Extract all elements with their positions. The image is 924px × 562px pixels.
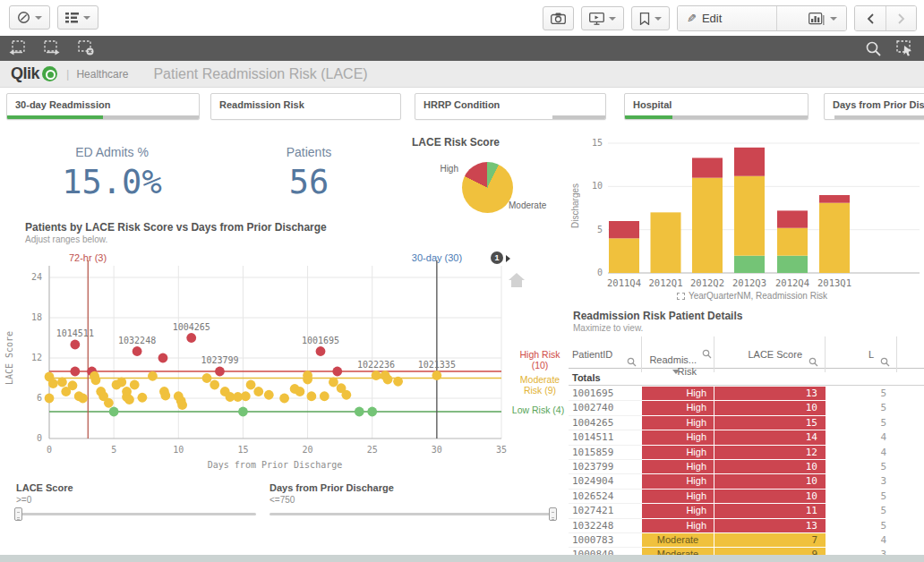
filter-readmission-risk[interactable]: Readmission Risk	[210, 93, 401, 120]
scatter-point[interactable]	[158, 353, 168, 363]
table-row[interactable]: 1026524High105	[569, 490, 924, 504]
bar-segment[interactable]	[609, 221, 639, 238]
scatter-point[interactable]	[177, 400, 187, 410]
lace-score-cell[interactable]: 10	[714, 460, 826, 473]
sheet-list-button[interactable]	[57, 5, 98, 30]
scatter-point[interactable]	[48, 379, 58, 388]
bar-segment[interactable]	[734, 256, 765, 273]
patient-id-cell[interactable]: 1026524	[572, 490, 613, 502]
scatter-point[interactable]	[329, 378, 338, 387]
lace-score-cell[interactable]: 7	[714, 533, 826, 547]
step-forward-selection-button[interactable]	[43, 40, 64, 56]
lace-score-cell[interactable]: 11	[714, 504, 826, 517]
patient-id-cell[interactable]: 1000783	[572, 534, 613, 546]
scatter-point[interactable]	[202, 373, 212, 383]
column-header-readmission-risk[interactable]: Readmis... Risk	[642, 340, 714, 369]
scatter-point[interactable]	[246, 380, 256, 390]
risk-cell[interactable]: High	[642, 519, 714, 532]
table-row[interactable]: 1024904High103	[569, 474, 924, 489]
scatter-point[interactable]	[116, 378, 126, 387]
lace-score-cell[interactable]: 14	[714, 430, 826, 444]
scatter-point[interactable]	[303, 375, 312, 385]
scatter-plot[interactable]: 0510152025303506121824101451110322481004…	[0, 246, 566, 477]
scatter-point[interactable]	[355, 407, 364, 417]
lace-risk-pie-chart[interactable]	[462, 162, 513, 213]
lace-score-slider-handle[interactable]	[14, 507, 22, 521]
risk-cell[interactable]: Moderate	[642, 533, 714, 547]
patient-id-cell[interactable]: 1015859	[572, 447, 613, 458]
column-header-patientid[interactable]: PatientID	[569, 340, 642, 369]
scatter-point[interactable]	[316, 346, 326, 356]
table-row[interactable]: 1027421High115	[569, 504, 924, 518]
scatter-point[interactable]	[68, 380, 78, 390]
scatter-point[interactable]	[341, 390, 351, 400]
patient-id-cell[interactable]: 1024904	[572, 475, 613, 487]
scatter-point[interactable]	[372, 370, 381, 380]
bar-segment[interactable]	[692, 178, 723, 273]
scatter-point[interactable]	[307, 391, 317, 401]
scatter-point[interactable]	[238, 407, 248, 417]
home-icon[interactable]	[509, 273, 525, 287]
table-row[interactable]: 1001695High135	[569, 387, 924, 401]
risk-cell[interactable]: High	[642, 490, 714, 503]
lace-score-cell[interactable]: 13	[714, 387, 826, 400]
scatter-point[interactable]	[148, 371, 158, 381]
filter-days-from-prior-discharge[interactable]: Days from Prior Discharge	[824, 93, 924, 120]
scatter-point[interactable]	[279, 394, 289, 404]
scatter-point[interactable]	[320, 391, 329, 401]
risk-cell[interactable]: High	[642, 430, 714, 444]
table-row[interactable]: 1023799High105	[569, 460, 924, 474]
scatter-point[interactable]	[383, 375, 393, 385]
table-row[interactable]: 1000783Moderate74	[569, 533, 924, 548]
lace-score-cell[interactable]: 10	[714, 401, 826, 414]
bar-segment[interactable]	[734, 176, 765, 256]
scatter-point[interactable]	[160, 391, 170, 401]
scatter-point[interactable]	[295, 387, 305, 396]
risk-cell[interactable]: High	[642, 416, 714, 430]
column-header-l[interactable]: L	[826, 340, 897, 369]
bar-segment[interactable]	[777, 210, 808, 227]
table-row[interactable]: 1004265High155	[569, 416, 924, 430]
patient-id-cell[interactable]: 1004265	[572, 417, 613, 429]
patient-id-cell[interactable]: 1001695	[572, 387, 613, 399]
filter-hospital[interactable]: Hospital	[624, 93, 808, 120]
bar-segment[interactable]	[734, 148, 765, 176]
scatter-point[interactable]	[70, 367, 80, 377]
scatter-point[interactable]	[432, 370, 441, 380]
patient-id-cell[interactable]: 1014511	[572, 431, 613, 443]
lace-score-cell[interactable]: 12	[714, 446, 826, 459]
previous-sheet-button[interactable]	[855, 6, 886, 30]
lace-score-cell[interactable]: 10	[714, 474, 826, 488]
scatter-point[interactable]	[124, 395, 134, 404]
scatter-point[interactable]	[104, 398, 114, 408]
patient-id-cell[interactable]: 1027421	[572, 505, 613, 516]
scatter-point[interactable]	[137, 393, 147, 403]
scatter-point[interactable]	[253, 387, 263, 396]
edit-button[interactable]: ✎ Edit	[678, 6, 776, 30]
navigation-menu-button[interactable]	[9, 5, 50, 30]
scatter-point[interactable]	[241, 391, 251, 401]
scatter-point[interactable]	[332, 367, 342, 377]
scatter-point[interactable]	[210, 380, 219, 390]
days-slider-track[interactable]	[270, 513, 556, 515]
column-header-lace-score[interactable]: LACE Score	[714, 340, 826, 369]
storytelling-button[interactable]	[581, 6, 624, 30]
table-row[interactable]: 1014511High144	[569, 430, 924, 445]
next-sheet-button[interactable]	[886, 6, 916, 30]
table-row[interactable]: 1002740High105	[569, 401, 924, 415]
risk-cell[interactable]: High	[642, 460, 714, 473]
scatter-point[interactable]	[130, 380, 140, 390]
scatter-point[interactable]	[215, 367, 225, 377]
lace-score-cell[interactable]: 10	[714, 490, 826, 503]
bar-segment[interactable]	[777, 228, 808, 256]
scatter-point[interactable]	[133, 346, 142, 356]
scatter-point[interactable]	[57, 378, 67, 387]
patient-id-cell[interactable]: 1023799	[572, 461, 613, 473]
clear-selections-button[interactable]	[77, 40, 98, 56]
search-icon[interactable]	[702, 349, 712, 362]
bar-segment[interactable]	[692, 158, 723, 177]
lace-score-cell[interactable]: 13	[714, 519, 826, 532]
scatter-point[interactable]	[78, 394, 88, 404]
bar-segment[interactable]	[777, 256, 808, 273]
scatter-point[interactable]	[70, 340, 80, 350]
